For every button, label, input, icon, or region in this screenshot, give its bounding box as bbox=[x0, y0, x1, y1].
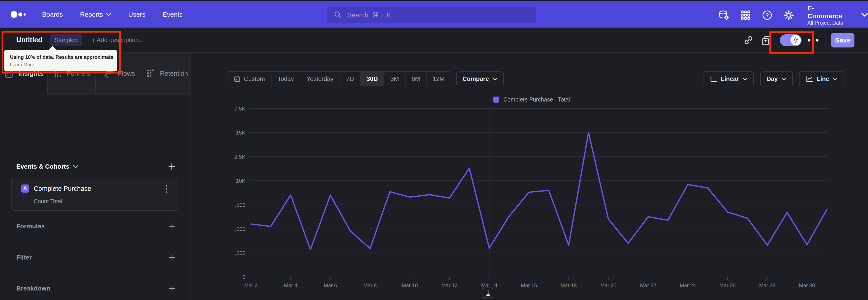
event-metric[interactable]: Count Total bbox=[34, 198, 62, 205]
x-axis-label: Mar 4 bbox=[284, 282, 297, 289]
tab-label: Flows bbox=[118, 70, 135, 77]
learn-more-link[interactable]: Learn More bbox=[10, 62, 34, 67]
compare-button[interactable]: Compare bbox=[456, 71, 504, 86]
chevron-down-icon[interactable] bbox=[73, 165, 79, 169]
section-label: Breakdown bbox=[16, 285, 51, 292]
event-card[interactable]: A Complete Purchase Count Total bbox=[11, 179, 178, 211]
save-button[interactable]: Save bbox=[831, 33, 855, 48]
chevron-down-icon bbox=[493, 77, 498, 81]
x-axis-label: Mar 16 bbox=[521, 282, 537, 289]
add-event-button[interactable] bbox=[168, 163, 176, 171]
add-filter-button[interactable] bbox=[168, 254, 176, 261]
sampled-badge[interactable]: Sampled bbox=[50, 34, 82, 46]
top-nav: BoardsReportsUsersEvents bbox=[0, 0, 868, 28]
x-axis-label: Mar 2 bbox=[244, 282, 258, 289]
sampling-toggle[interactable] bbox=[780, 34, 802, 46]
add-description[interactable]: + Add description... bbox=[92, 37, 144, 43]
section-formulas: Formulas bbox=[0, 219, 191, 233]
x-axis-label: Mar 22 bbox=[640, 282, 656, 289]
tab-label: Retention bbox=[160, 70, 188, 77]
range-label: 12M bbox=[433, 76, 445, 83]
sampling-toggle-knob bbox=[790, 35, 801, 46]
range-30d[interactable]: 30D bbox=[361, 72, 384, 86]
search-input[interactable] bbox=[347, 11, 529, 19]
range-7d[interactable]: 7D bbox=[340, 72, 361, 86]
tab-retention[interactable]: Retention bbox=[143, 53, 191, 94]
y-axis-label: 0 bbox=[243, 274, 246, 280]
range-6m[interactable]: 6M bbox=[405, 72, 427, 86]
section-label: Formulas bbox=[16, 223, 45, 230]
event-kebab-menu[interactable] bbox=[162, 184, 171, 193]
x-axis-label: Mar 12 bbox=[441, 282, 458, 289]
tooltip-arrow bbox=[49, 46, 57, 50]
x-axis-label: Mar 10 bbox=[402, 282, 418, 289]
x-axis-label: Mar 26 bbox=[719, 282, 736, 289]
apps-grid-icon[interactable] bbox=[740, 10, 751, 21]
sampling-tooltip: Using 10% of data. Results are approxima… bbox=[4, 50, 117, 71]
scale-selector[interactable]: Linear bbox=[703, 71, 754, 86]
search-bar[interactable] bbox=[327, 7, 536, 23]
mixpanel-logo-icon[interactable] bbox=[10, 9, 28, 20]
x-axis-label: Mar 30 bbox=[799, 282, 815, 289]
range-label: 6M bbox=[412, 76, 420, 83]
pagination-page-1[interactable]: 1 bbox=[483, 288, 493, 298]
range-today[interactable]: Today bbox=[272, 72, 301, 86]
project-scope: All Project Data bbox=[807, 20, 849, 26]
duplicate-icon[interactable] bbox=[761, 35, 772, 46]
report-title[interactable]: Untitled bbox=[16, 36, 42, 44]
chart-type-selector[interactable]: Line bbox=[799, 71, 844, 86]
section-breakdown: Breakdown bbox=[0, 281, 191, 296]
nav-right: ? E-Commerce All Project Data bbox=[718, 1, 868, 29]
line-chart-icon bbox=[805, 75, 813, 83]
range-label: Today bbox=[278, 76, 294, 83]
event-title[interactable]: Complete Purchase bbox=[34, 185, 91, 192]
toolbar-divider bbox=[825, 34, 825, 47]
range-custom[interactable]: Custom bbox=[227, 72, 272, 86]
range-label: 7D bbox=[346, 76, 354, 83]
section-filter: Filter bbox=[0, 250, 191, 265]
x-axis-label: Mar 18 bbox=[561, 282, 577, 289]
x-axis-label: Mar 6 bbox=[324, 282, 337, 289]
line-chart[interactable]: 02,5005,0007,50010K12.5K15K17.5KMar 2Mar… bbox=[235, 99, 845, 300]
x-axis-label: Mar 8 bbox=[364, 282, 377, 289]
chevron-down-icon bbox=[833, 77, 838, 81]
settings-icon[interactable] bbox=[783, 10, 794, 21]
y-axis-label: 12.5K bbox=[235, 154, 246, 160]
series-line-complete-purchase[interactable] bbox=[251, 132, 827, 249]
chevron-down-icon bbox=[861, 12, 868, 18]
compare-label: Compare bbox=[463, 76, 489, 83]
x-axis-label: Mar 24 bbox=[680, 282, 696, 289]
nav-item-label: Users bbox=[128, 11, 145, 18]
report-toolbar: Untitled Sampled + Add description... bbox=[0, 28, 868, 53]
svg-text:?: ? bbox=[765, 12, 769, 18]
nav-item-boards[interactable]: Boards bbox=[42, 11, 63, 18]
share-link-icon[interactable] bbox=[743, 35, 754, 46]
range-label: 30D bbox=[367, 76, 378, 83]
range-yesterday[interactable]: Yesterday bbox=[301, 72, 340, 86]
y-axis-label: 5,000 bbox=[235, 226, 246, 232]
chevron-down-icon bbox=[781, 77, 786, 81]
range-3m[interactable]: 3M bbox=[384, 72, 405, 86]
range-label: Yesterday bbox=[307, 76, 333, 83]
nav-item-events[interactable]: Events bbox=[162, 11, 183, 18]
events-cohorts-label[interactable]: Events & Cohorts bbox=[16, 163, 69, 170]
nav-item-label: Boards bbox=[42, 11, 63, 18]
interval-selector[interactable]: Day bbox=[760, 71, 793, 86]
chart-view-controls: Linear Day Line bbox=[703, 71, 844, 86]
nav-item-reports[interactable]: Reports bbox=[80, 11, 111, 18]
nav-item-users[interactable]: Users bbox=[128, 11, 145, 18]
chevron-down-icon bbox=[106, 13, 111, 16]
retention-dots-icon bbox=[146, 68, 156, 79]
help-icon[interactable]: ? bbox=[762, 10, 773, 21]
add-breakdown-button[interactable] bbox=[168, 285, 176, 292]
project-selector[interactable]: E-Commerce All Project Data bbox=[807, 4, 849, 26]
range-label: Custom bbox=[244, 76, 265, 83]
linear-axis-icon bbox=[709, 75, 717, 83]
chevron-down-icon bbox=[743, 77, 747, 81]
date-range-group: CustomTodayYesterday7D30D3M6M12M bbox=[227, 71, 451, 86]
add-formulas-button[interactable] bbox=[168, 223, 176, 230]
data-management-icon[interactable] bbox=[718, 10, 729, 21]
date-range-controls: CustomTodayYesterday7D30D3M6M12M Compare bbox=[227, 71, 504, 86]
range-12m[interactable]: 12M bbox=[427, 72, 451, 86]
nav-item-label: Reports bbox=[80, 11, 103, 18]
